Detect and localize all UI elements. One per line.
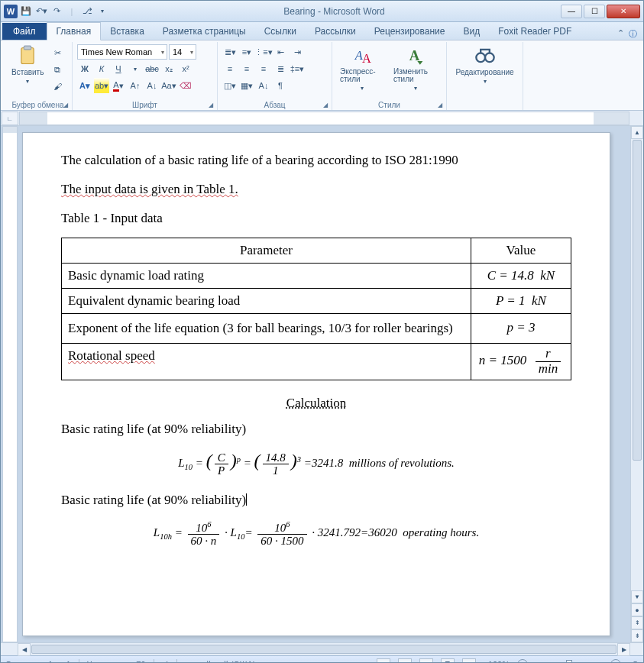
font-name-select[interactable]: Times New Roman xyxy=(77,44,167,60)
tab-foxit[interactable]: Foxit Reader PDF xyxy=(489,23,581,40)
doc-paragraph: Basic rating life (at 90% reliability) xyxy=(61,420,571,438)
status-page[interactable]: Страница: 1 из 1 xyxy=(5,660,71,664)
zoom-out-icon[interactable]: − xyxy=(517,659,528,664)
table-row: Basic dynamic load ratingC = 14.8 kN xyxy=(62,264,571,289)
outline-view-icon[interactable]: ≣ xyxy=(441,658,455,664)
decrease-indent-icon[interactable]: ⇤ xyxy=(273,44,288,60)
svg-point-6 xyxy=(485,53,494,63)
change-styles-button[interactable]: A Изменить стили▾ xyxy=(390,44,442,94)
justify-icon[interactable]: ≣ xyxy=(273,61,288,76)
zoom-in-icon[interactable]: + xyxy=(610,659,621,664)
tab-layout[interactable]: Разметка страницы xyxy=(154,23,255,40)
cut-icon[interactable]: ✂ xyxy=(50,45,65,60)
zoom-level[interactable]: 100% xyxy=(488,660,510,664)
web-layout-view-icon[interactable]: ◫ xyxy=(419,658,433,664)
close-button[interactable]: ✕ xyxy=(607,5,640,18)
tab-home[interactable]: Главная xyxy=(47,22,102,40)
maximize-button[interactable]: ☐ xyxy=(584,5,605,18)
horizontal-scrollbar[interactable]: ◀ ▶ xyxy=(18,643,630,655)
document-page[interactable]: The calculation of a basic rating life o… xyxy=(22,132,610,636)
align-left-icon[interactable]: ≡ xyxy=(222,61,238,76)
underline-button[interactable]: Ч xyxy=(111,61,126,76)
draft-view-icon[interactable]: ▥ xyxy=(462,658,476,664)
paragraph-launcher-icon[interactable]: ◢ xyxy=(322,101,329,108)
copy-icon[interactable]: ⧉ xyxy=(50,62,65,77)
qat-dropdown-icon[interactable]: ▾ xyxy=(95,5,109,18)
bold-button[interactable]: Ж xyxy=(77,61,92,76)
bullets-icon[interactable]: ≣▾ xyxy=(222,44,238,60)
numbering-icon[interactable]: ≡▾ xyxy=(239,44,254,60)
align-right-icon[interactable]: ≡ xyxy=(256,61,271,76)
scroll-down-icon[interactable]: ▼ xyxy=(631,590,643,603)
scroll-right-icon[interactable]: ▶ xyxy=(617,643,630,656)
format-painter-icon[interactable]: 🖌 xyxy=(50,79,65,94)
vertical-ruler[interactable] xyxy=(2,126,18,642)
tab-selector[interactable]: ∟ xyxy=(2,112,18,125)
undo-icon[interactable]: ↶▾ xyxy=(34,5,48,18)
minimize-button[interactable]: — xyxy=(561,5,582,18)
highlight-icon[interactable]: ab▾ xyxy=(94,78,109,93)
redo-icon[interactable]: ↷ xyxy=(50,5,63,18)
increase-indent-icon[interactable]: ⇥ xyxy=(290,44,305,60)
align-center-icon[interactable]: ≡ xyxy=(239,61,254,76)
tab-mailings[interactable]: Рассылки xyxy=(306,23,365,40)
document-area: The calculation of a basic rating life o… xyxy=(1,126,643,642)
underline-dd-icon[interactable]: ▾ xyxy=(128,61,143,76)
quick-access-toolbar: W 💾 ↶▾ ↷ | ⎇ ▾ xyxy=(4,5,109,18)
print-layout-view-icon[interactable]: ▤ xyxy=(377,658,390,664)
scroll-thumb[interactable] xyxy=(633,140,642,461)
next-page-icon[interactable]: ⇟ xyxy=(631,629,643,642)
title-bar: W 💾 ↶▾ ↷ | ⎇ ▾ Bearing - Microsoft Word … xyxy=(1,1,643,22)
tab-view[interactable]: Вид xyxy=(454,23,489,40)
th-parameter: Parameter xyxy=(62,238,471,264)
line-spacing-icon[interactable]: ‡≡▾ xyxy=(290,61,305,76)
shrink-font-icon[interactable]: A↓ xyxy=(144,78,160,93)
help-icon[interactable]: ⓘ xyxy=(629,28,637,40)
table-row: Equivalent dynamic bearing loadP = 1 kN xyxy=(62,288,571,313)
strike-button[interactable]: abc xyxy=(144,61,160,76)
change-case-icon[interactable]: Aa▾ xyxy=(161,78,176,93)
scroll-up-icon[interactable]: ▲ xyxy=(631,126,643,139)
superscript-button[interactable]: x² xyxy=(178,61,193,76)
group-styles: AA Экспресс-стили▾ A Изменить стили▾ Сти… xyxy=(332,42,447,110)
shading-icon[interactable]: ◫▾ xyxy=(222,78,238,93)
sort-icon[interactable]: A↓ xyxy=(256,78,271,93)
proofing-icon[interactable]: ✓ xyxy=(162,659,169,663)
text-effects-icon[interactable]: A▾ xyxy=(77,78,92,93)
editing-button[interactable]: Редактирование▾ xyxy=(451,44,518,86)
clear-format-icon[interactable]: ⌫ xyxy=(178,78,193,93)
font-color-icon[interactable]: A▾ xyxy=(111,78,126,93)
vertical-scrollbar[interactable]: ▲ ▼ ● ⇞ ⇟ xyxy=(630,126,643,642)
horizontal-ruler[interactable] xyxy=(19,112,629,125)
grow-font-icon[interactable]: A↑ xyxy=(128,78,143,93)
clipboard-launcher-icon[interactable]: ◢ xyxy=(62,101,70,108)
tab-insert[interactable]: Вставка xyxy=(101,23,154,40)
zoom-fit-icon[interactable]: ⊕ xyxy=(632,659,639,663)
font-size-select[interactable]: 14 xyxy=(169,44,196,60)
italic-button[interactable]: К xyxy=(94,61,109,76)
save-icon[interactable]: 💾 xyxy=(19,5,33,18)
full-reading-view-icon[interactable]: ▭ xyxy=(398,658,412,664)
tab-references[interactable]: Ссылки xyxy=(255,23,306,40)
prev-page-icon[interactable]: ⇞ xyxy=(631,616,643,629)
subscript-button[interactable]: x₂ xyxy=(161,61,176,76)
tab-review[interactable]: Рецензирование xyxy=(365,23,455,40)
tab-file[interactable]: Файл xyxy=(2,23,47,40)
show-marks-icon[interactable]: ¶ xyxy=(273,78,288,93)
borders-icon[interactable]: ▦▾ xyxy=(239,78,254,93)
hscroll-thumb[interactable] xyxy=(31,645,616,654)
scroll-left-icon[interactable]: ◀ xyxy=(18,643,31,656)
paragraph-group-label: Абзац xyxy=(218,101,332,109)
browse-object-icon[interactable]: ● xyxy=(631,603,643,616)
styles-launcher-icon[interactable]: ◢ xyxy=(436,101,444,108)
minimize-ribbon-icon[interactable]: ⌃ xyxy=(617,28,624,40)
status-words[interactable]: Число слов: 79 xyxy=(87,660,146,664)
paste-button[interactable]: Вставить ▾ xyxy=(8,44,47,94)
status-language[interactable]: английский (США) xyxy=(185,660,256,664)
zoom-thumb[interactable] xyxy=(566,660,572,664)
qat-extra-icon[interactable]: ⎇ xyxy=(80,5,94,18)
font-launcher-icon[interactable]: ◢ xyxy=(207,101,215,108)
quick-styles-button[interactable]: AA Экспресс-стили▾ xyxy=(337,44,387,94)
multilevel-icon[interactable]: ⋮≡▾ xyxy=(256,44,271,60)
horizontal-scroll-area: ◀ ▶ xyxy=(1,642,643,655)
